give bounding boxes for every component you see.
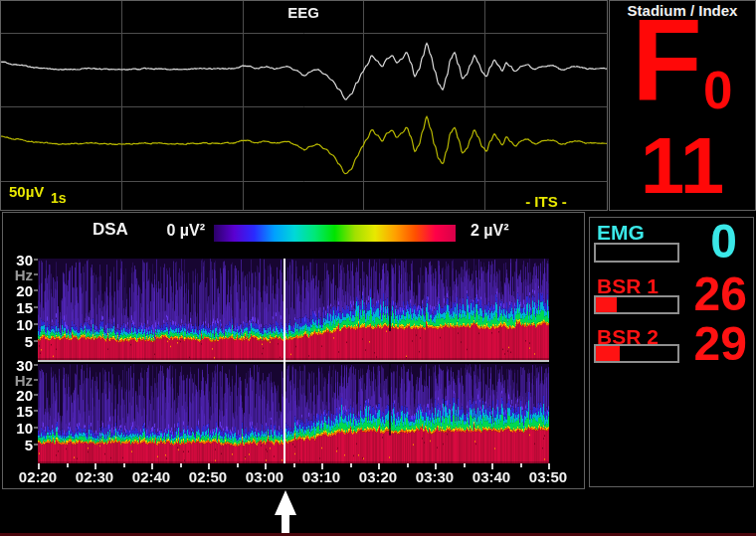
freq-label: 30 [5, 358, 33, 373]
time-label: 02:40 [129, 468, 173, 485]
eeg-title: EEG [254, 5, 353, 22]
dsa-colorbar [214, 225, 456, 242]
bsr1-label: BSR 1 [597, 274, 659, 297]
time-label: 03:20 [356, 468, 400, 485]
stage-subscript: 0 [703, 64, 732, 116]
emg-bsr-panel: EMG 0 BSR 1 26 BSR 2 29 [589, 217, 754, 487]
stage-letter: F [632, 3, 702, 118]
eeg-panel: EEG 50µV 1s - ITS - [0, 0, 608, 211]
freq-label: 10 [5, 421, 33, 436]
eeg-canvas [1, 1, 607, 210]
time-tick [293, 463, 295, 467]
time-label: 03:00 [243, 468, 286, 485]
bsr1-bar-fill [596, 297, 617, 312]
freq-label: 15 [5, 404, 33, 419]
time-label: 02:50 [186, 468, 230, 485]
freq-tick [34, 340, 38, 342]
dsa-separator-line [38, 360, 549, 362]
dsa-spectrogram-2 [38, 364, 549, 463]
freq-label: 10 [5, 317, 33, 332]
bsr1-value: 26 [694, 271, 747, 317]
bsr1-bar [594, 295, 679, 314]
freq-tick [34, 273, 38, 275]
emg-value: 0 [710, 219, 737, 265]
freq-tick [34, 323, 38, 325]
time-label: 03:10 [299, 468, 343, 485]
time-label: 03:40 [470, 468, 513, 485]
stadium-index-panel: Stadium / Index F 0 11 [609, 0, 756, 211]
freq-label: Hz [5, 373, 33, 388]
freq-tick [34, 259, 38, 261]
freq-label: 20 [5, 388, 33, 403]
time-label: 02:20 [16, 468, 60, 485]
dsa-spectrogram-1 [38, 259, 549, 360]
eeg-scale-label: 50µV [9, 184, 44, 201]
time-label: 03:30 [413, 468, 457, 485]
bsr2-value: 29 [694, 321, 747, 367]
time-tick [123, 463, 125, 467]
time-label: 02:30 [73, 468, 116, 485]
freq-tick [34, 394, 38, 396]
freq-label: Hz [5, 268, 33, 282]
footer-strip [0, 489, 756, 536]
freq-tick [34, 379, 38, 381]
eeg-timebase-label: 1s [51, 191, 67, 206]
freq-tick [34, 410, 38, 412]
time-tick [464, 463, 466, 467]
bsr2-bar-fill [596, 346, 620, 361]
index-value: 11 [610, 126, 755, 206]
bsr2-bar [594, 344, 679, 363]
freq-label: 30 [5, 253, 33, 268]
time-tick [407, 463, 409, 467]
emg-bar [594, 243, 679, 263]
dsa-scale-max-label: 2 µV² [471, 222, 509, 240]
freq-tick [34, 427, 38, 429]
time-tick [350, 463, 352, 467]
time-label: 03:50 [526, 468, 570, 485]
dsa-panel: DSA 0 µV² 2 µV² 02:2002:3002:4002:5003:0… [2, 212, 585, 489]
eeg-mode-label: - ITS - [506, 194, 586, 211]
freq-tick [34, 444, 38, 446]
dsa-scale-min-label: 0 µV² [127, 222, 205, 240]
freq-label: 5 [5, 334, 33, 349]
freq-tick [34, 306, 38, 308]
emg-label: EMG [597, 221, 645, 244]
freq-label: 5 [5, 438, 33, 452]
freq-tick [34, 364, 38, 366]
time-tick [520, 463, 522, 467]
time-tick [67, 463, 69, 467]
freq-label: 20 [5, 283, 33, 298]
freq-label: 15 [5, 300, 33, 315]
dsa-title: DSA [93, 221, 128, 240]
monitor-screen: EEG 50µV 1s - ITS - Stadium / Index F 0 … [0, 0, 756, 536]
time-tick [237, 463, 239, 467]
event-marker-up-arrow-icon [275, 490, 296, 533]
time-tick [180, 463, 182, 467]
freq-tick [34, 289, 38, 291]
dsa-cursor-line[interactable] [284, 259, 285, 463]
